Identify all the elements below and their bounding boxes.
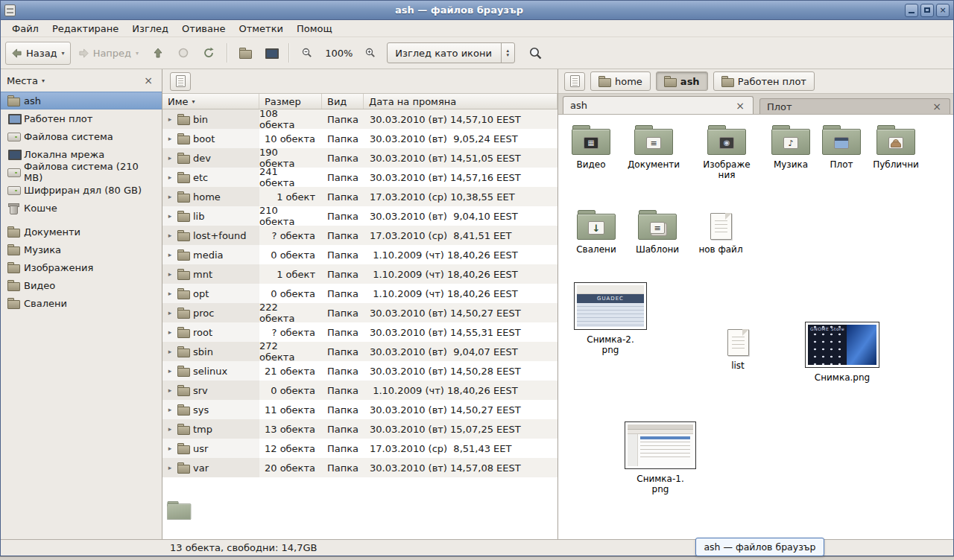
zoom-in-button[interactable] xyxy=(358,42,382,65)
table-row[interactable]: ▸ tmp 13 обекта Папка 30.03.2010 (вт) 15… xyxy=(162,419,557,439)
column-header-type[interactable]: Вид xyxy=(322,94,364,109)
expander-icon[interactable]: ▸ xyxy=(166,232,174,239)
reload-button[interactable] xyxy=(197,42,221,65)
table-row[interactable]: ▸ media 0 обекта Папка 1.10.2009 (чт) 18… xyxy=(162,245,557,264)
column-header-name[interactable]: Име ▾ xyxy=(162,94,259,109)
path-button-home[interactable]: home xyxy=(590,71,651,91)
expander-icon[interactable]: ▸ xyxy=(166,251,174,258)
home-button[interactable] xyxy=(233,42,257,65)
expander-icon[interactable]: ▸ xyxy=(166,328,174,336)
sidebar-item[interactable]: ash xyxy=(1,92,162,109)
menu-help[interactable]: Помощ xyxy=(290,22,339,36)
table-row[interactable]: ▸ home 1 обект Папка 17.03.2010 (ср) 10,… xyxy=(162,187,557,206)
expander-icon[interactable]: ▸ xyxy=(166,464,174,471)
expander-icon[interactable]: ▸ xyxy=(166,406,174,413)
forward-button[interactable]: Напред ▾ xyxy=(72,42,145,65)
icon-folder-public[interactable]: Публични xyxy=(865,125,927,170)
back-button[interactable]: Назад ▾ xyxy=(5,42,71,65)
expander-icon[interactable]: ▸ xyxy=(166,270,174,278)
table-row[interactable]: ▸ dev 190 обекта Папка 30.03.2010 (вт) 1… xyxy=(162,148,557,168)
sidebar-item[interactable]: Видео xyxy=(1,276,162,294)
zoom-out-button[interactable] xyxy=(295,42,319,65)
close-button[interactable]: × xyxy=(936,4,950,17)
table-row[interactable]: ▸ root ? обекта Папка 30.03.2010 (вт) 14… xyxy=(162,322,557,342)
computer-button[interactable] xyxy=(259,42,282,65)
column-header-size[interactable]: Размер xyxy=(259,94,322,109)
table-row[interactable]: ▸ etc 241 обекта Папка 30.03.2010 (вт) 1… xyxy=(162,168,557,187)
icon-file-list[interactable]: list xyxy=(707,329,769,371)
up-button[interactable] xyxy=(146,42,170,65)
sidebar-title[interactable]: Места xyxy=(7,75,38,86)
column-header-date[interactable]: Дата на промяна xyxy=(364,94,557,109)
table-row[interactable]: ▸ sys 11 обекта Папка 30.03.2010 (вт) 14… xyxy=(162,400,557,419)
table-row[interactable]: ▸ mnt 1 обект Папка 1.10.2009 (чт) 18,40… xyxy=(162,264,557,284)
icon-file-new[interactable]: нов файл xyxy=(689,213,752,255)
expander-icon[interactable]: ▸ xyxy=(166,174,174,181)
table-row[interactable]: ▸ selinux 21 обекта Папка 30.03.2010 (вт… xyxy=(162,361,557,381)
tab-close-icon[interactable]: × xyxy=(931,101,943,112)
sidebar-item[interactable]: Изображения xyxy=(1,258,162,276)
table-row[interactable]: ▸ bin 108 обекта Папка 30.03.2010 (вт) 1… xyxy=(162,109,557,129)
menu-edit[interactable]: Редактиране xyxy=(45,22,125,36)
search-button[interactable] xyxy=(522,42,549,65)
table-row[interactable]: ▸ lost+found ? обекта Папка 17.03.2010 (… xyxy=(162,226,557,245)
tab-desktop[interactable]: Плот × xyxy=(759,98,950,114)
menu-file[interactable]: Файл xyxy=(5,22,45,36)
sidebar-close-icon[interactable]: × xyxy=(141,75,156,86)
icon-folder-desktop[interactable]: Плот xyxy=(810,125,873,170)
table-row[interactable]: ▸ proc 222 обекта Папка 30.03.2010 (вт) … xyxy=(162,303,557,322)
table-row[interactable]: ▸ srv 0 обекта Папка 1.10.2009 (чт) 18,4… xyxy=(162,381,557,400)
path-button-desktop[interactable]: Работен плот xyxy=(713,71,815,91)
sidebar-item[interactable]: Музика xyxy=(1,241,162,258)
menu-view[interactable]: Изглед xyxy=(125,22,175,36)
icon-folder-video[interactable]: ▦ Видео xyxy=(560,125,622,170)
tab-close-icon[interactable]: × xyxy=(734,101,746,111)
table-row[interactable]: ▸ var 20 обекта Папка 30.03.2010 (вт) 14… xyxy=(162,458,557,477)
icon-folder-images[interactable]: ◉ Изображения xyxy=(695,125,758,181)
expander-icon[interactable]: ▸ xyxy=(166,212,174,220)
expander-icon[interactable]: ▸ xyxy=(166,154,174,162)
table-row[interactable]: ▸ opt 0 обекта Папка 1.10.2009 (чт) 18,4… xyxy=(162,284,557,303)
path-button-ash[interactable]: ash xyxy=(656,71,708,91)
icon-folder-documents[interactable]: ≡ Документи xyxy=(622,125,685,170)
table-row[interactable]: ▸ boot 10 обекта Папка 30.03.2010 (вт) 9… xyxy=(162,129,557,148)
stop-button[interactable] xyxy=(171,42,195,65)
sidebar-item[interactable]: Свалени xyxy=(1,294,162,312)
combobox-spinner-icon[interactable]: ▴ ▾ xyxy=(501,43,514,63)
taskbar-window-button[interactable]: ash — файлов браузър xyxy=(695,538,824,556)
icon-folder-downloads[interactable]: ↓ Свалени xyxy=(565,210,628,255)
expander-icon[interactable]: ▸ xyxy=(166,445,174,452)
sidebar-chevron-icon[interactable]: ▾ xyxy=(42,77,45,84)
sidebar-item[interactable]: Работен плот xyxy=(1,109,162,127)
pathbar-root-button[interactable] xyxy=(170,72,191,91)
icon-folder-templates[interactable]: ≡ Шаблони xyxy=(626,210,689,255)
back-history-chevron-icon[interactable]: ▾ xyxy=(62,50,65,57)
pathbar-root-button[interactable] xyxy=(564,72,585,91)
table-row[interactable]: ▸ usr 12 обекта Папка 17.03.2010 (ср) 8,… xyxy=(162,439,557,458)
sidebar-item[interactable]: Файлова система (210 MB) xyxy=(1,163,162,181)
table-row[interactable]: ▸ sbin 272 обекта Папка 30.03.2010 (вт) … xyxy=(162,342,557,361)
expander-icon[interactable]: ▸ xyxy=(166,193,174,200)
sidebar-item[interactable]: Документи xyxy=(1,223,162,241)
expander-icon[interactable]: ▸ xyxy=(166,425,174,433)
sidebar-item[interactable]: Шифриран дял (80 GB) xyxy=(1,181,162,199)
expander-icon[interactable]: ▸ xyxy=(166,367,174,375)
view-mode-combobox[interactable]: Изглед като икони ▴ ▾ xyxy=(387,42,515,63)
maximize-button[interactable] xyxy=(920,4,934,17)
menu-bookmarks[interactable]: Отметки xyxy=(232,22,289,36)
icon-image-snimka[interactable]: GNOME Store Снимка.png xyxy=(801,322,883,383)
table-row[interactable]: ▸ lib 210 обекта Папка 30.03.2010 (вт) 9… xyxy=(162,206,557,226)
expander-icon[interactable]: ▸ xyxy=(166,348,174,355)
tab-ash[interactable]: ash × xyxy=(563,96,754,114)
sidebar-item[interactable]: Кошче xyxy=(1,199,162,217)
sidebar-item[interactable]: Файлова система xyxy=(1,127,162,145)
expander-icon[interactable]: ▸ xyxy=(166,386,174,394)
icon-image-snimka-1[interactable]: Снимка-1.png xyxy=(619,421,701,495)
expander-icon[interactable]: ▸ xyxy=(166,115,174,123)
minimize-button[interactable] xyxy=(905,4,918,17)
expander-icon[interactable]: ▸ xyxy=(166,135,174,142)
icon-image-snimka-2[interactable]: GUADEC Снимка-2.png xyxy=(569,282,651,356)
expander-icon[interactable]: ▸ xyxy=(166,290,174,297)
expander-icon[interactable]: ▸ xyxy=(166,309,174,316)
menu-go[interactable]: Отиване xyxy=(175,22,232,36)
